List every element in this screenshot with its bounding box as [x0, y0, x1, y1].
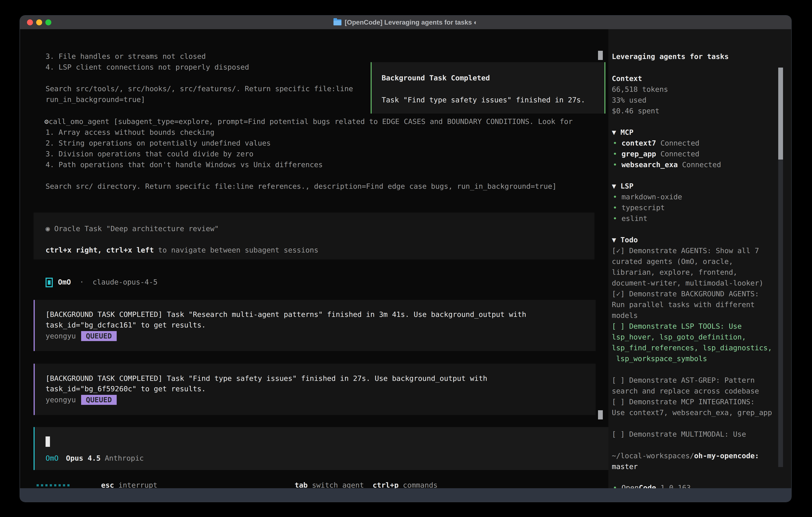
todo-line: [✓] Demonstrate AGENTS: Show all 7	[612, 245, 759, 256]
lsp-item: • markdown-oxide	[613, 192, 682, 202]
context-used: 33% used	[612, 95, 646, 106]
toast-body: Task "Find type safety issues" finished …	[382, 94, 585, 105]
lsp-name: markdown-oxide	[621, 193, 682, 201]
lsp-section-header[interactable]: ▼ LSP	[612, 181, 633, 192]
lsp-name: typescript	[621, 203, 665, 212]
context-spent: $0.46 spent	[612, 106, 659, 116]
output-line: run_in_background=true]	[46, 94, 145, 105]
output-line: 1. Array access without bounds checking	[46, 127, 214, 138]
oracle-hint-line: ctrl+x right, ctrl+x left to navigate be…	[46, 245, 318, 255]
task-line2: task_id="bg_dcfac161" to get results.	[46, 320, 206, 330]
oracle-icon: ◉	[46, 224, 50, 233]
task-result-card[interactable]: [BACKGROUND TASK COMPLETED] Task "Find t…	[34, 364, 596, 415]
bullet-icon: •	[613, 214, 617, 222]
mcp-name: context7	[621, 139, 656, 147]
lsp-item: • typescript	[613, 202, 665, 213]
todo-line-active: lsp_find_references, lsp_diagnostics,	[612, 343, 772, 353]
main-scrollbar-thumb-bottom[interactable]	[598, 410, 603, 419]
bullet-icon: •	[613, 150, 617, 158]
oracle-title: Oracle Task "Deep architecture review"	[54, 224, 219, 233]
oracle-hint-keys: ctrl+x right, ctrl+x left	[46, 246, 154, 254]
bullet-icon: •	[613, 203, 617, 212]
todo-line: librarian, explore, frontend,	[612, 267, 737, 278]
status-badge: QUEUED	[81, 331, 117, 341]
session-title: Leveraging agents for tasks	[612, 51, 729, 62]
bullet-icon: •	[613, 139, 617, 147]
output-line: 3. File handles or streams not closed	[46, 51, 206, 62]
close-button[interactable]	[27, 19, 33, 25]
task-meta-line: yeongyuQUEUED	[46, 394, 117, 405]
sidebar-scrollbar-thumb[interactable]	[778, 67, 783, 160]
toast-title: Background Task Completed	[382, 73, 490, 83]
task-line2: task_id="bg_6f59260c" to get results.	[46, 383, 206, 394]
traffic-lights	[27, 16, 51, 29]
chevron-down-icon: ▼	[612, 236, 616, 244]
todo-line: search and replace across codebase	[612, 386, 759, 397]
status-badge: QUEUED	[81, 395, 117, 405]
task-line1: [BACKGROUND TASK COMPLETED] Task "Find t…	[46, 373, 487, 384]
chevron-down-icon: ▼	[612, 128, 616, 136]
mcp-section-header[interactable]: ▼ MCP	[612, 127, 633, 138]
todo-line: [ ] Demonstrate MCP INTEGRATIONS:	[612, 397, 755, 407]
chat-main-area[interactable]: 3. File handles or streams not closed 4.…	[20, 29, 628, 488]
esc-label: interrupt	[114, 481, 157, 489]
prompt-input[interactable]: OmOOpus 4.5Anthropic	[34, 427, 610, 470]
maximize-button[interactable]	[46, 19, 51, 25]
todo-line: models	[612, 310, 638, 321]
output-line: 3. Division operations that could divide…	[46, 148, 253, 159]
workspace-path-line: ~/local-workspaces/oh-my-opencode:	[612, 451, 759, 461]
task-line1: [BACKGROUND TASK COMPLETED] Task "Resear…	[46, 309, 526, 320]
tab-label: switch agent	[308, 481, 364, 489]
task-result-card[interactable]: [BACKGROUND TASK COMPLETED] Task "Resear…	[34, 300, 596, 351]
mcp-item: • context7 Connected	[613, 138, 699, 148]
context-heading: Context	[612, 73, 642, 84]
workspace-prefix: ~/local-workspaces/	[612, 452, 694, 460]
spinner-dots	[36, 484, 69, 486]
agent-icon	[46, 278, 53, 287]
todo-line: curated agents (OmO, oracle,	[612, 256, 733, 267]
task-user: yeongyu	[46, 396, 76, 404]
main-scrollbar-thumb-top[interactable]	[598, 51, 603, 60]
desktop: [OpenCode] Leveraging agents for tasks ◐…	[0, 0, 812, 517]
lsp-heading: LSP	[620, 182, 633, 190]
output-line: 4. Path operations that don't handle Win…	[46, 159, 323, 170]
oracle-hint-rest: to navigate between subagent sessions	[154, 246, 318, 254]
tool-call-text: call_omo_agent [subagent_type=explore, p…	[49, 117, 573, 126]
todo-line: Use context7, websearch_exa, grep_app	[612, 407, 772, 418]
output-line: Search src/tools/, src/hooks/, src/featu…	[46, 83, 353, 94]
esc-key[interactable]: esc	[101, 481, 114, 489]
tab-key[interactable]: tab	[295, 481, 308, 489]
text-cursor	[46, 436, 50, 447]
background-task-toast: Background Task Completed Task "Find typ…	[371, 62, 605, 113]
mcp-name: grep_app	[621, 150, 656, 158]
todo-line-active: [ ] Demonstrate LSP TOOLS: Use	[612, 321, 742, 332]
todo-line: [ ] Demonstrate MULTIMODAL: Use	[612, 429, 746, 440]
mcp-item: • grep_app Connected	[613, 148, 699, 159]
todo-line: Run parallel tasks with different	[612, 299, 755, 310]
todo-line-active: lsp_hover, lsp_goto_definition,	[612, 332, 746, 343]
todo-heading: Todo	[620, 236, 638, 244]
agent-model: claude-opus-4-5	[92, 278, 157, 286]
window-bottom-edge	[20, 488, 791, 502]
sidebar: Leveraging agents for tasks Context 66,5…	[608, 29, 791, 488]
chevron-down-icon: ▼	[612, 182, 616, 190]
title-bar[interactable]: [OpenCode] Leveraging agents for tasks ◐	[20, 16, 791, 30]
mcp-heading: MCP	[620, 128, 633, 136]
oracle-task-card[interactable]: ◉ Oracle Task "Deep architecture review"…	[34, 213, 594, 260]
todo-section-header[interactable]: ▼ Todo	[612, 235, 638, 245]
window-title-group: [OpenCode] Leveraging agents for tasks ◐	[20, 19, 791, 26]
bullet-icon: •	[613, 161, 617, 169]
mcp-item: • websearch_exa Connected	[613, 159, 721, 170]
task-user: yeongyu	[46, 332, 76, 340]
input-agent: OmO	[46, 454, 59, 462]
input-status-line: OmOOpus 4.5Anthropic	[46, 453, 144, 464]
minimize-button[interactable]	[36, 19, 42, 25]
terminal-window: [OpenCode] Leveraging agents for tasks ◐…	[20, 16, 791, 502]
todo-line: document-writer, multimodal-looker)	[612, 278, 763, 289]
mcp-status: Connected	[656, 139, 699, 147]
todo-line-active: lsp_workspace_symbols	[612, 353, 707, 364]
bullet-icon: •	[613, 193, 617, 201]
ctrl-p-key[interactable]: ctrl+p	[373, 481, 399, 489]
ctrl-p-label: commands	[399, 481, 438, 489]
todo-line: [ ] Demonstrate AST-GREP: Pattern	[612, 375, 755, 386]
